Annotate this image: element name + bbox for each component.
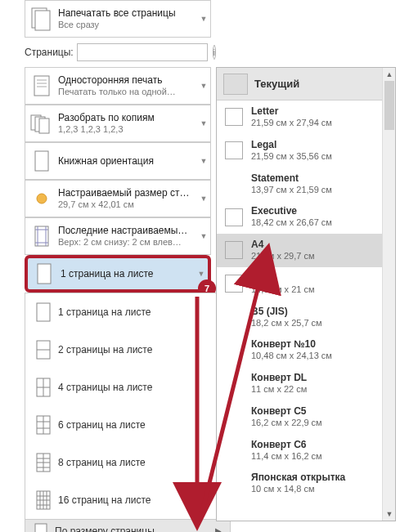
svg-rect-17	[37, 303, 50, 321]
option-title: Настраиваемый размер ст…	[58, 187, 197, 199]
paper-size-item[interactable]: B5 (JIS)18,2 см x 25,7 см	[217, 301, 395, 334]
dropdown-label: 16 страниц на листе	[58, 494, 151, 506]
one-sided-option[interactable]: Односторонняя печать Печатать только на …	[25, 67, 211, 105]
paper-dimensions: 10,48 см x 24,13 см	[251, 351, 332, 362]
paper-name: Statement	[251, 172, 332, 185]
paper-checkbox[interactable]	[225, 141, 243, 159]
dropdown-label: 2 страницы на листе	[58, 344, 152, 355]
paper-checkbox[interactable]	[225, 241, 243, 259]
paper-name: Конверт C5	[251, 405, 322, 418]
dropdown-label: 4 страницы на листе	[58, 382, 152, 393]
paper-size-item[interactable]: A421 см x 29,7 см	[217, 234, 395, 267]
svg-rect-9	[35, 151, 48, 171]
svg-point-10	[37, 194, 47, 203]
paper-checkbox[interactable]	[225, 108, 243, 126]
scrollbar[interactable]: ▲ ▼	[382, 68, 395, 521]
paper-name: A4	[251, 239, 315, 251]
sixteen-per-sheet-icon	[29, 481, 58, 519]
paper-dimensions: 10 см x 14,8 см	[251, 484, 345, 495]
dropdown-label: 6 страниц на листе	[58, 419, 146, 431]
collate-option[interactable]: Разобрать по копиям 1,2,3 1,2,3 1,2,3 ▼	[25, 105, 211, 142]
paper-size-item[interactable]: Executive18,42 см x 26,67 см	[217, 200, 395, 234]
chevron-right-icon: ▶	[215, 526, 222, 532]
dropdown-item-16[interactable]: 16 страниц на листе	[25, 481, 230, 519]
option-title: Напечатать все страницы	[58, 7, 197, 19]
paper-current-row[interactable]: Текущий	[217, 68, 395, 101]
pages-input[interactable]	[77, 43, 208, 61]
paper-size-item[interactable]: Statement13,97 см x 21,59 см	[217, 168, 395, 201]
paper-dimensions: 16,2 см x 22,9 см	[251, 418, 322, 429]
chevron-down-icon: ▼	[195, 270, 208, 278]
dropdown-item-6[interactable]: 6 страниц на листе	[25, 406, 230, 444]
paper-dimensions: 11 см x 22 см	[251, 384, 307, 396]
option-title: Односторонняя печать	[58, 74, 197, 86]
custom-size-option[interactable]: Настраиваемый размер ст… 29,7 см x 42,01…	[25, 180, 211, 217]
svg-rect-8	[39, 118, 49, 133]
option-sub: Печатать только на одной…	[58, 87, 197, 97]
chevron-down-icon: ▼	[197, 157, 210, 165]
paper-name: Legal	[251, 139, 332, 151]
dropdown-item-1[interactable]: 1 страница на листе	[25, 293, 230, 331]
paper-name: Letter	[251, 105, 332, 118]
paper-size-item[interactable]: Конверт C516,2 см x 22,9 см	[217, 400, 395, 434]
paper-size-item[interactable]: Конверт C611,4 см x 16,2 см	[217, 434, 395, 467]
option-title: Разобрать по копиям	[58, 112, 197, 123]
paper-current-label: Текущий	[254, 78, 299, 90]
option-title: Книжная ориентация	[58, 155, 197, 167]
dropdown-item-8[interactable]: 8 страниц на листе	[25, 444, 230, 481]
fit-to-page-item[interactable]: По размеру страницы ▶	[25, 519, 230, 532]
dropdown-label: 8 страниц на листе	[58, 457, 146, 468]
eight-per-sheet-icon	[29, 444, 58, 481]
chevron-down-icon: ▼	[197, 232, 210, 240]
paper-name: Конверт C6	[251, 439, 322, 451]
paper-size-item[interactable]: Конверт №1010,48 см x 24,13 см	[217, 333, 395, 367]
scroll-thumb[interactable]	[384, 81, 394, 130]
one-per-sheet-icon	[28, 258, 61, 289]
option-title: 1 страница на листе	[61, 268, 195, 279]
orientation-option[interactable]: Книжная ориентация ▼	[25, 142, 211, 180]
paper-dimensions: 11,4 см x 16,2 см	[251, 451, 322, 463]
dropdown-item-2[interactable]: 2 страницы на листе	[25, 331, 230, 369]
print-all-pages-option[interactable]: Напечатать все страницы Все сразу ▼	[25, 0, 211, 38]
paper-checkbox[interactable]	[225, 208, 243, 226]
svg-rect-39	[35, 524, 47, 533]
option-sub: 1,2,3 1,2,3 1,2,3	[58, 124, 197, 135]
paper-size-item[interactable]: Конверт DL11 см x 22 см	[217, 367, 395, 400]
info-icon[interactable]: i	[213, 45, 216, 60]
chevron-down-icon: ▼	[197, 119, 210, 127]
custom-size-icon	[25, 181, 58, 217]
current-swatch	[223, 74, 248, 95]
chevron-down-icon: ▼	[197, 82, 210, 90]
paper-name: B5 (JIS)	[251, 306, 322, 318]
paper-size-item[interactable]: A514,8 см x 21 см	[217, 267, 395, 301]
pages-label: Страницы:	[25, 47, 74, 58]
one-per-sheet-icon	[29, 293, 58, 331]
paper-name: Японская открытка	[251, 472, 345, 484]
pages-icon	[25, 1, 58, 37]
paper-dimensions: 18,2 см x 25,7 см	[251, 318, 322, 329]
collate-icon	[25, 105, 58, 141]
paper-size-item[interactable]: Letter21,59 см x 27,94 см	[217, 101, 395, 134]
option-title: Последние настраиваемы…	[58, 225, 197, 236]
scroll-up-icon[interactable]: ▲	[383, 68, 396, 81]
four-per-sheet-icon	[29, 369, 58, 406]
dropdown-item-4[interactable]: 4 страницы на листе	[25, 369, 230, 406]
svg-rect-1	[35, 11, 50, 30]
margins-option[interactable]: Последние настраиваемы… Верх: 2 см снизу…	[25, 217, 211, 255]
paper-size-panel: Текущий Letter21,59 см x 27,94 смLegal21…	[216, 67, 396, 521]
paper-size-item[interactable]: Legal21,59 см x 35,56 см	[217, 134, 395, 168]
paper-name: Executive	[251, 205, 332, 217]
paper-dimensions: 14,8 см x 21 см	[251, 284, 315, 296]
two-per-sheet-icon	[29, 331, 58, 369]
paper-name: Конверт №10	[251, 338, 332, 351]
svg-rect-2	[34, 76, 49, 96]
paper-size-item[interactable]: Японская открытка10 см x 14,8 см	[217, 467, 395, 500]
paper-dimensions: 21,59 см x 27,94 см	[251, 118, 332, 129]
pages-per-sheet-option[interactable]: 1 страница на листе ▼	[25, 255, 211, 293]
pages-per-sheet-dropdown: 1 страница на листе 2 страницы на листе …	[25, 293, 231, 532]
paper-checkbox[interactable]	[225, 275, 243, 293]
paper-dimensions: 18,42 см x 26,67 см	[251, 217, 332, 229]
scroll-down-icon[interactable]: ▼	[383, 507, 396, 521]
svg-rect-16	[38, 264, 51, 284]
pages-row: Страницы: i	[25, 41, 211, 64]
